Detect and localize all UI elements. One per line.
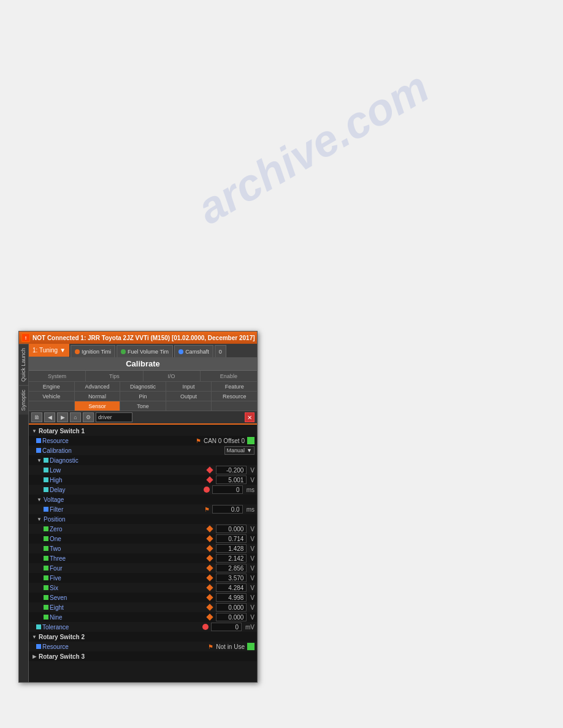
tol-value-box[interactable]: 0 xyxy=(211,623,242,631)
delay-value-box[interactable]: 0 xyxy=(212,485,243,494)
tree-value-six: 4.284 V xyxy=(207,583,255,592)
subnav-engine[interactable]: Engine xyxy=(29,382,75,391)
nav-row: System Tips I/O Enable xyxy=(29,371,257,382)
zero-value-box[interactable]: 0.000 xyxy=(216,525,247,533)
subnav-input[interactable]: Input xyxy=(166,382,212,391)
tree-low[interactable]: Low -0.200 V xyxy=(29,465,257,475)
seven-value-box[interactable]: 4.998 xyxy=(216,593,247,602)
tree-resource-2[interactable]: Resource ⚑ Not in Use xyxy=(29,642,257,651)
resource1-green-btn[interactable] xyxy=(247,437,255,444)
nav-io[interactable]: I/O xyxy=(144,371,201,381)
one-value-box[interactable]: 0.714 xyxy=(216,534,247,543)
tree-one[interactable]: One 0.714 V xyxy=(29,534,257,544)
high-value-box[interactable]: 5.001 xyxy=(216,476,247,484)
toolbar-btn-fwd[interactable]: ▶ xyxy=(57,412,68,422)
seven-diamond xyxy=(207,594,213,601)
tab-bar: Ignition Timi Fuel Volume Tim Camshaft 0 xyxy=(69,344,257,357)
nav-tips[interactable]: Tips xyxy=(86,371,143,381)
subnav-empty2[interactable] xyxy=(166,401,212,411)
four-color-sq xyxy=(44,566,48,571)
eight-color-sq xyxy=(44,605,48,610)
toolbar-btn-back[interactable]: ◀ xyxy=(44,412,55,422)
toolbar-close-btn[interactable]: ✕ xyxy=(245,412,255,422)
tuning-dropdown[interactable]: 1: Tuning ▼ xyxy=(29,344,69,357)
tree-high[interactable]: High 5.001 V xyxy=(29,475,257,485)
tree-five[interactable]: Five 3.570 V xyxy=(29,573,257,583)
three-unit: V xyxy=(250,555,255,562)
subnav-vehicle[interactable]: Vehicle xyxy=(29,392,75,401)
subnav-sensor[interactable]: Sensor xyxy=(75,401,121,411)
tab-fuel[interactable]: Fuel Volume Tim xyxy=(117,345,173,357)
delay-value: 0 xyxy=(236,487,240,493)
sidebar-tab-synoptic[interactable]: Synoptic xyxy=(19,385,28,415)
tree-rotary-switch-2[interactable]: ▼ Rotary Switch 2 xyxy=(29,632,257,642)
subnav-empty1[interactable] xyxy=(29,401,75,411)
tab-camshaft[interactable]: Camshaft xyxy=(174,345,213,357)
resource2-color-sq xyxy=(36,644,41,649)
tree-label-high: High xyxy=(50,477,63,483)
nine-value-box[interactable]: 0.000 xyxy=(216,613,247,621)
two-value-box[interactable]: 1.428 xyxy=(216,544,247,553)
low-value-box[interactable]: -0.200 xyxy=(216,466,247,474)
tree-resource-1[interactable]: Resource ⚑ CAN 0 Offset 0 xyxy=(29,436,257,446)
toolbar-search-input[interactable] xyxy=(96,412,132,422)
tab-extra[interactable]: 0 xyxy=(215,345,226,357)
tree-content[interactable]: ▼ Rotary Switch 1 Resource ⚑ CAN 0 Offse… xyxy=(29,425,257,682)
tree-label-calibration: Calibration xyxy=(42,447,72,454)
subnav-feature[interactable]: Feature xyxy=(212,382,257,391)
six-value-box[interactable]: 4.284 xyxy=(216,583,247,592)
nav-enable[interactable]: Enable xyxy=(201,371,257,381)
tree-eight[interactable]: Eight 0.000 V xyxy=(29,602,257,612)
tree-label-nine: Nine xyxy=(50,614,63,621)
tree-zero[interactable]: Zero 0.000 V xyxy=(29,524,257,534)
seven-color-sq xyxy=(44,595,48,600)
tree-position[interactable]: ▼ Position xyxy=(29,514,257,524)
tree-nine[interactable]: Nine 0.000 V xyxy=(29,612,257,622)
tree-rotary-switch-1[interactable]: ▼ Rotary Switch 1 xyxy=(29,426,257,436)
filter-color-sq xyxy=(44,507,48,512)
subnav-empty3[interactable] xyxy=(212,401,257,411)
tree-three[interactable]: Three 2.142 V xyxy=(29,553,257,563)
one-color-sq xyxy=(44,536,48,541)
tree-two[interactable]: Two 1.428 V xyxy=(29,544,257,553)
subnav-normal[interactable]: Normal xyxy=(75,392,121,401)
tree-delay[interactable]: Delay 0 ms xyxy=(29,485,257,495)
tree-diagnostic[interactable]: ▼ Diagnostic xyxy=(29,455,257,465)
three-value-box[interactable]: 2.142 xyxy=(216,554,247,563)
tol-red-circle xyxy=(202,624,209,630)
tree-four[interactable]: Four 2.856 V xyxy=(29,563,257,573)
tree-calibration-1[interactable]: Calibration Manual ▼ xyxy=(29,446,257,455)
dropdown-arrow: ▼ xyxy=(59,347,66,354)
six-diamond xyxy=(207,584,213,591)
resource2-green-btn[interactable] xyxy=(247,643,255,650)
subnav-tone[interactable]: Tone xyxy=(120,401,166,411)
tab-ignition[interactable]: Ignition Timi xyxy=(71,345,115,357)
subnav-resource[interactable]: Resource xyxy=(212,392,257,401)
eight-value-box[interactable]: 0.000 xyxy=(216,603,247,612)
toolbar-btn-gear[interactable]: ⚙ xyxy=(83,412,94,422)
filter-value-box[interactable]: 0.0 xyxy=(212,505,243,514)
nav-system[interactable]: System xyxy=(29,371,86,381)
calibration-dropdown[interactable]: Manual ▼ xyxy=(224,446,255,455)
toolbar-btn-file[interactable]: 🗎 xyxy=(31,412,42,422)
five-value-box[interactable]: 3.570 xyxy=(216,574,247,582)
subnav-output[interactable]: Output xyxy=(166,392,212,401)
tree-six[interactable]: Six 4.284 V xyxy=(29,583,257,593)
one-value: 0.714 xyxy=(228,536,243,542)
toolbar-btn-home[interactable]: ⌂ xyxy=(70,412,81,422)
tree-voltage[interactable]: ▼ Voltage xyxy=(29,495,257,504)
subnav-diagnostic[interactable]: Diagnostic xyxy=(120,382,166,391)
subnav-pin[interactable]: Pin xyxy=(120,392,166,401)
subnav-advanced[interactable]: Advanced xyxy=(75,382,121,391)
four-value-box[interactable]: 2.856 xyxy=(216,564,247,572)
low-value: -0.200 xyxy=(226,467,243,474)
zero-unit: V xyxy=(250,526,255,533)
tree-label-four: Four xyxy=(50,565,63,572)
tree-seven[interactable]: Seven 4.998 V xyxy=(29,593,257,602)
sidebar-tab-quicklaunch[interactable]: Quick Launch xyxy=(19,344,28,385)
tree-label-three: Three xyxy=(50,555,66,562)
subnav-row3: Sensor Tone xyxy=(29,401,257,411)
tree-filter[interactable]: Filter ⚑ 0.0 ms xyxy=(29,504,257,514)
tree-rotary-switch-3[interactable]: ▶ Rotary Switch 3 xyxy=(29,651,257,661)
tree-tolerance[interactable]: Tolerance 0 mV xyxy=(29,622,257,632)
